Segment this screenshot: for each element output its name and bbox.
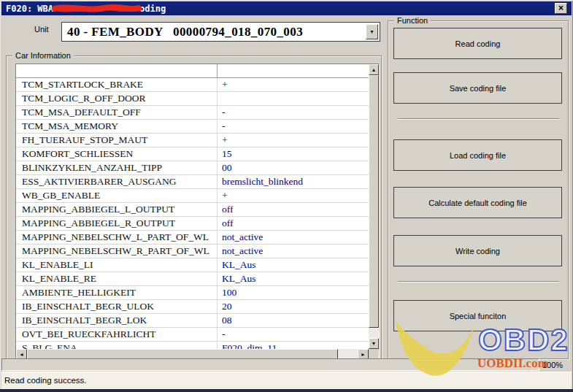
parameter-value: off bbox=[218, 203, 369, 217]
table-header bbox=[16, 64, 369, 78]
scroll-down-icon: ▼ bbox=[372, 341, 377, 346]
unit-combobox[interactable]: 40 - FEM_BODY 00000794_018_070_003 ▼ bbox=[61, 22, 380, 42]
redaction-scribble bbox=[52, 3, 142, 15]
window-title-suffix: oding bbox=[139, 4, 166, 14]
save-coding-file-button[interactable]: Save coding file bbox=[393, 72, 562, 104]
title-bar: F020: WBA oding × bbox=[1, 1, 572, 15]
vertical-scroll-thumb[interactable] bbox=[369, 75, 379, 328]
status-bar: Read coding success. bbox=[1, 372, 572, 389]
horizontal-scrollbar[interactable]: ◄ ► bbox=[16, 349, 369, 359]
parameter-name: IB_EINSCHALT_BEGR_ULOK bbox=[16, 300, 218, 314]
parameter-name: MAPPING_NEBELSCHW_R_PART_OF_WL bbox=[16, 245, 218, 258]
parameter-name: KL_ENABLE_RE bbox=[16, 272, 218, 286]
parameter-name: TCM_MSA_DEFAULT_OFF bbox=[16, 106, 218, 120]
parameter-name: ESS_AKTIVIERBARER_AUSGANG bbox=[16, 175, 218, 189]
table-row[interactable]: TCM_STARTLOCK_BRAKE+ bbox=[16, 78, 369, 92]
parameter-value: not_active bbox=[218, 231, 369, 245]
parameter-value: KL_Aus bbox=[218, 272, 369, 286]
parameter-value: 08 bbox=[218, 314, 369, 328]
parameter-value: off bbox=[218, 217, 369, 231]
table-row[interactable]: WB_GB_ENABLE+ bbox=[16, 189, 369, 203]
parameter-value: 00 bbox=[218, 161, 369, 175]
parameter-value: - bbox=[218, 120, 369, 134]
table-row[interactable]: BLINKZYKLEN_ANZAHL_TIPP00 bbox=[16, 161, 369, 175]
unit-label: Unit bbox=[34, 25, 49, 34]
window-title: F020: WBA oding bbox=[6, 3, 166, 15]
window-bottom-border bbox=[0, 389, 573, 392]
status-message: Read coding success. bbox=[4, 376, 87, 385]
header-cell-value bbox=[218, 64, 369, 78]
window-title-prefix: F020: WBA bbox=[6, 4, 53, 14]
write-coding-button[interactable]: Write coding bbox=[393, 235, 562, 266]
table-row[interactable]: KOMFORT_SCHLIESSEN15 bbox=[16, 147, 369, 161]
progress-bar bbox=[1, 358, 539, 371]
table-row[interactable]: TCM_MSA_MEMORY- bbox=[16, 120, 369, 134]
scroll-up-button[interactable]: ▲ bbox=[369, 64, 379, 75]
table-row[interactable]: IB_EINSCHALT_BEGR_LOK08 bbox=[16, 314, 369, 328]
table-row[interactable]: AMBIENTE_HELLIGKEIT100 bbox=[16, 286, 369, 300]
function-title: Function bbox=[394, 15, 431, 26]
parameter-name: MAPPING_ABBIEGEL_R_OUTPUT bbox=[16, 217, 218, 231]
parameter-name: MAPPING_NEBELSCHW_L_PART_OF_WL bbox=[16, 231, 218, 245]
table-row[interactable]: OVT_BEI_RUECKFAHRLICHT- bbox=[16, 328, 369, 342]
parameter-value: + bbox=[218, 189, 369, 203]
scroll-down-button[interactable]: ▼ bbox=[369, 338, 379, 349]
table-row[interactable]: KL_ENABLE_REKL_Aus bbox=[16, 272, 369, 286]
table-row[interactable]: KL_ENABLE_LIKL_Aus bbox=[16, 258, 369, 272]
close-button[interactable]: × bbox=[555, 3, 567, 14]
parameter-value: - bbox=[218, 328, 369, 342]
unit-selected-value: 40 - FEM_BODY 00000794_018_070_003 bbox=[67, 23, 303, 41]
vertical-scrollbar[interactable]: ▲ ▼ bbox=[369, 64, 379, 349]
table-row[interactable]: ESS_AKTIVIERBARER_AUSGANGbremslicht_blin… bbox=[16, 175, 369, 189]
parameter-name: TCM_STARTLOCK_BRAKE bbox=[16, 78, 218, 92]
progress-percentage: 100% bbox=[542, 361, 563, 369]
app-window: F020: WBA oding × Unit 40 - FEM_BODY 000… bbox=[0, 0, 573, 392]
parameter-value: KL_Aus bbox=[218, 258, 369, 272]
car-information-title: Car Information bbox=[12, 50, 74, 61]
parameter-value: 20 bbox=[218, 300, 369, 314]
table-row[interactable]: MAPPING_ABBIEGEL_R_OUTPUToff bbox=[16, 217, 369, 231]
scroll-right-button[interactable]: ► bbox=[358, 349, 369, 359]
parameter-name: TCM_MSA_MEMORY bbox=[16, 120, 218, 134]
parameter-name: BLINKZYKLEN_ANZAHL_TIPP bbox=[16, 161, 218, 175]
table-row[interactable]: MAPPING_NEBELSCHW_L_PART_OF_WLnot_active bbox=[16, 231, 369, 245]
scroll-left-icon: ◄ bbox=[19, 352, 24, 357]
parameter-value: bremslicht_blinkend bbox=[218, 175, 369, 189]
parameter-value: + bbox=[218, 134, 369, 147]
parameter-value: F020_dim_11 bbox=[218, 342, 369, 349]
scroll-right-icon: ► bbox=[361, 352, 366, 357]
coding-table: TCM_STARTLOCK_BRAKE+TCM_LOGIC_R_OFF_DOOR… bbox=[15, 64, 380, 359]
load-coding-file-button[interactable]: Load coding file bbox=[393, 139, 562, 171]
scroll-left-button[interactable]: ◄ bbox=[16, 349, 27, 359]
table-row[interactable]: TCM_MSA_DEFAULT_OFF- bbox=[16, 106, 369, 120]
parameter-value bbox=[218, 92, 369, 106]
close-icon: × bbox=[558, 4, 564, 13]
parameter-name: KOMFORT_SCHLIESSEN bbox=[16, 147, 218, 161]
parameter-value: 15 bbox=[218, 147, 369, 161]
function-divider-1 bbox=[398, 118, 559, 120]
parameter-name: IB_EINSCHALT_BEGR_LOK bbox=[16, 314, 218, 328]
combo-dropdown-button[interactable]: ▼ bbox=[366, 24, 378, 39]
table-row[interactable]: S_BLG_ENAF020_dim_11 bbox=[16, 342, 369, 349]
parameter-name: S_BLG_ENA bbox=[16, 342, 218, 349]
read-coding-button[interactable]: Read coding bbox=[393, 28, 562, 59]
parameter-name: FH_TUERAUF_STOP_MAUT bbox=[16, 134, 218, 147]
header-cell-parameter bbox=[16, 64, 218, 78]
table-row[interactable]: FH_TUERAUF_STOP_MAUT+ bbox=[16, 134, 369, 147]
calculate-default-coding-file-button[interactable]: Calculate default coding file bbox=[393, 187, 562, 218]
table-body: TCM_STARTLOCK_BRAKE+TCM_LOGIC_R_OFF_DOOR… bbox=[16, 78, 369, 349]
scroll-up-icon: ▲ bbox=[372, 67, 377, 72]
parameter-value: not_active bbox=[218, 245, 369, 258]
parameter-name: AMBIENTE_HELLIGKEIT bbox=[16, 286, 218, 300]
scrollbar-corner bbox=[369, 349, 379, 359]
table-row[interactable]: MAPPING_NEBELSCHW_R_PART_OF_WLnot_active bbox=[16, 245, 369, 258]
parameter-value: 100 bbox=[218, 286, 369, 300]
horizontal-scroll-thumb[interactable] bbox=[27, 349, 338, 359]
special-function-button[interactable]: Special funciton bbox=[393, 300, 562, 331]
table-row[interactable]: MAPPING_ABBIEGEL_L_OUTPUToff bbox=[16, 203, 369, 217]
table-row[interactable]: TCM_LOGIC_R_OFF_DOOR bbox=[16, 92, 369, 106]
function-divider-2 bbox=[398, 281, 559, 283]
table-row[interactable]: IB_EINSCHALT_BEGR_ULOK20 bbox=[16, 300, 369, 314]
parameter-name: TCM_LOGIC_R_OFF_DOOR bbox=[16, 92, 218, 106]
parameter-name: OVT_BEI_RUECKFAHRLICHT bbox=[16, 328, 218, 342]
